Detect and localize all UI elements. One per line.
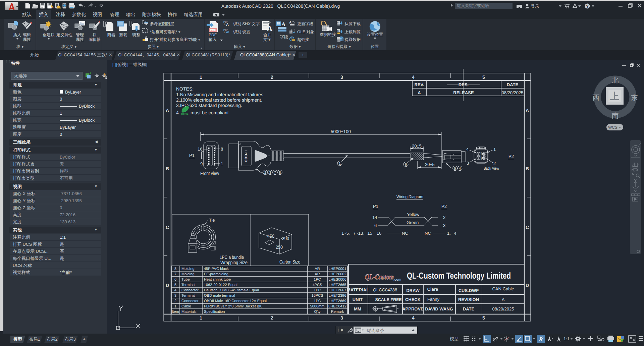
svg-text:PE-premolding: PE-premolding <box>204 272 228 276</box>
svg-text:Remark: Remark <box>331 310 344 314</box>
svg-text:3: 3 <box>269 171 271 175</box>
svg-text:CAN Cable: CAN Cable <box>492 286 514 291</box>
svg-text:4: 4 <box>466 147 469 152</box>
svg-text:3: 3 <box>340 74 343 80</box>
svg-text:.com: .com <box>393 278 401 282</box>
svg-text:OBD male terminal: OBD male terminal <box>204 294 235 298</box>
svg-text:P1: P1 <box>189 153 195 158</box>
svg-text:5000±100: 5000±100 <box>331 129 351 134</box>
svg-text:Connector: Connector <box>181 299 199 303</box>
svg-text:东: 东 <box>631 94 638 102</box>
svg-text:OBD-II: OBD-II <box>244 150 248 162</box>
svg-text:北: 北 <box>612 76 619 84</box>
svg-text:1: 1 <box>200 315 202 321</box>
svg-text:LHET2669: LHET2669 <box>329 299 346 303</box>
svg-text:16: 16 <box>198 147 202 152</box>
svg-text:C: C <box>526 225 529 230</box>
svg-text:P1: P1 <box>373 204 378 209</box>
svg-text:Item: Item <box>172 310 179 314</box>
svg-text:08/20/2025: 08/20/2025 <box>492 306 514 311</box>
svg-text:P2: P2 <box>508 154 514 159</box>
svg-text:4: 4 <box>412 315 415 321</box>
svg-text:NOTES:: NOTES: <box>176 86 194 92</box>
svg-text:A: A <box>526 108 529 113</box>
svg-text:1PC: 1PC <box>314 299 321 303</box>
svg-text:250: 250 <box>276 244 283 250</box>
svg-text:FLR9YBC31Y 2*0.5mm² Jacket BK: FLR9YBC31Y 2*0.5mm² Jacket BK <box>204 304 262 308</box>
svg-text:↳: ↳ <box>224 23 226 26</box>
svg-text:7: 7 <box>174 272 176 276</box>
svg-text:RoHS: RoHS <box>181 112 189 115</box>
svg-text:4: 4 <box>459 167 461 171</box>
svg-text:MM: MM <box>354 306 361 311</box>
svg-text:2: 2 <box>443 215 445 220</box>
svg-text:3: 3 <box>443 223 445 228</box>
svg-text:APPROVE: APPROVE <box>402 306 424 311</box>
svg-text:08/20/2025: 08/20/2025 <box>501 90 523 95</box>
svg-text:Carton Size: Carton Size <box>279 259 300 265</box>
svg-text:LHET2396: LHET2396 <box>329 294 346 298</box>
svg-text:1PC a bundle: 1PC a bundle <box>220 254 244 260</box>
svg-text:Terminal: Terminal <box>181 294 196 298</box>
svg-text:A: A <box>166 108 169 113</box>
svg-text:8: 8 <box>337 21 339 24</box>
svg-text:AR: AR <box>315 267 320 271</box>
svg-text:NC: NC <box>402 231 408 236</box>
svg-text:REV.: REV. <box>414 82 424 87</box>
svg-text:Front view: Front view <box>200 171 219 176</box>
svg-text:NC: NC <box>425 231 431 236</box>
svg-text:2: 2 <box>271 315 273 321</box>
svg-text:9: 9 <box>200 161 203 166</box>
svg-text:5000mm: 5000mm <box>310 304 325 308</box>
svg-text:1PC: 1PC <box>314 278 321 282</box>
svg-text:[-][俯视][二维线框]: [-][俯视][二维线框] <box>112 62 147 67</box>
svg-text:5: 5 <box>482 315 485 321</box>
svg-text:2.100% electrical tested befor: 2.100% electrical tested before shipment… <box>176 97 262 103</box>
svg-text:2: 2 <box>271 74 273 80</box>
svg-text:西: 西 <box>593 94 600 102</box>
svg-text:A: A <box>226 23 229 26</box>
svg-text:7: 7 <box>274 171 276 175</box>
svg-text:REVISION: REVISION <box>458 297 479 302</box>
svg-text:3: 3 <box>174 294 176 298</box>
svg-text:DAVID WANG: DAVID WANG <box>425 306 453 311</box>
svg-text:DRAW: DRAW <box>406 288 420 293</box>
svg-text:AR: AR <box>315 272 320 276</box>
svg-text:6: 6 <box>174 278 176 282</box>
svg-text:4PCS: 4PCS <box>313 283 322 287</box>
svg-text:1~5、7~13、15、16: 1~5、7~13、15、16 <box>341 231 381 236</box>
svg-text:Terminal: Terminal <box>181 283 196 287</box>
svg-text:16PCS: 16PCS <box>312 294 323 298</box>
svg-text:Molding: Molding <box>181 267 195 271</box>
svg-text:Deutsch DTM06-4S female Equal: Deutsch DTM06-4S female Equal <box>204 288 259 292</box>
svg-text:P2: P2 <box>441 204 447 209</box>
svg-text:1、4: 1、4 <box>447 231 456 236</box>
svg-text:1:1: 1:1 <box>564 336 570 341</box>
svg-text:SCALE FREE: SCALE FREE <box>375 297 401 302</box>
svg-text:6: 6 <box>374 223 377 228</box>
svg-text:LHET2665: LHET2665 <box>329 283 346 287</box>
svg-text:8: 8 <box>221 147 223 152</box>
svg-text:DATE: DATE <box>507 82 519 87</box>
svg-text:LHEC0412: LHEC0412 <box>328 304 346 308</box>
svg-text:A: A <box>267 24 272 33</box>
svg-text:登录: 登录 <box>531 4 539 9</box>
svg-text:A: A <box>281 21 286 27</box>
svg-text:Q'ty: Q'ty <box>314 310 321 314</box>
svg-text:D: D <box>166 283 169 288</box>
svg-text:45P PVC black: 45P PVC black <box>204 267 229 271</box>
svg-text:4.: 4. <box>176 110 180 115</box>
svg-text:B: B <box>166 166 169 171</box>
svg-text:QLCC04288: QLCC04288 <box>373 287 397 292</box>
svg-text:WCS: WCS <box>608 125 618 130</box>
svg-text:Wiring Diagram: Wiring Diagram <box>396 194 423 199</box>
svg-text:MATERIAL: MATERIAL <box>347 287 369 292</box>
svg-text:Specification: Specification <box>204 310 225 314</box>
svg-text:5: 5 <box>482 74 485 80</box>
svg-text:8: 8 <box>174 267 176 271</box>
svg-text:Molding: Molding <box>181 272 195 276</box>
svg-text:OBDII Male 16P Connector 12V E: OBDII Male 16P Connector 12V Equal <box>204 299 267 303</box>
svg-text:1: 1 <box>174 304 176 308</box>
svg-text:4: 4 <box>412 74 415 80</box>
svg-text:南: 南 <box>612 112 619 120</box>
